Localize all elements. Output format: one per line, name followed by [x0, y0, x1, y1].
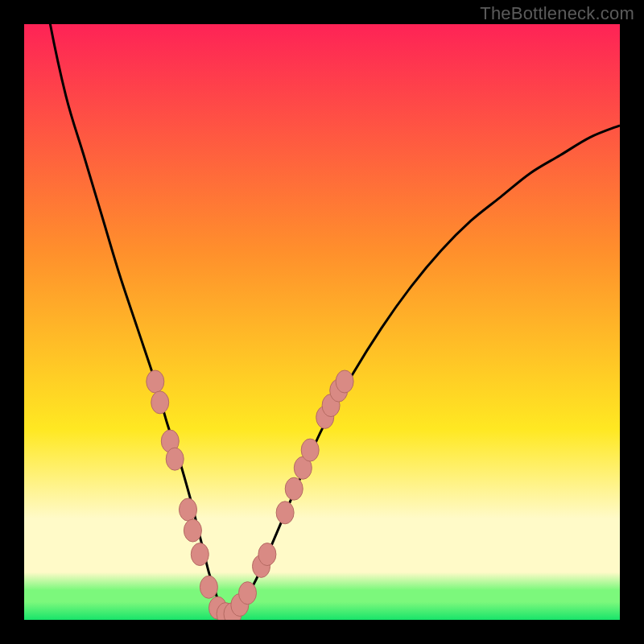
- data-marker: [147, 370, 164, 393]
- data-marker: [258, 543, 276, 566]
- data-marker: [285, 477, 303, 500]
- bottleneck-curve: [24, 24, 620, 620]
- data-marker: [276, 502, 294, 524]
- data-marker: [301, 439, 319, 461]
- data-marker: [184, 519, 201, 542]
- watermark-text: TheBottleneck.com: [480, 3, 634, 24]
- data-marker: [166, 448, 184, 470]
- data-marker: [200, 576, 217, 598]
- plot-area: [24, 24, 620, 620]
- data-marker: [151, 391, 169, 414]
- chart-frame: TheBottleneck.com: [0, 0, 644, 644]
- data-marker: [180, 498, 197, 521]
- data-marker: [239, 582, 257, 605]
- data-marker: [336, 370, 353, 393]
- data-marker: [191, 543, 208, 566]
